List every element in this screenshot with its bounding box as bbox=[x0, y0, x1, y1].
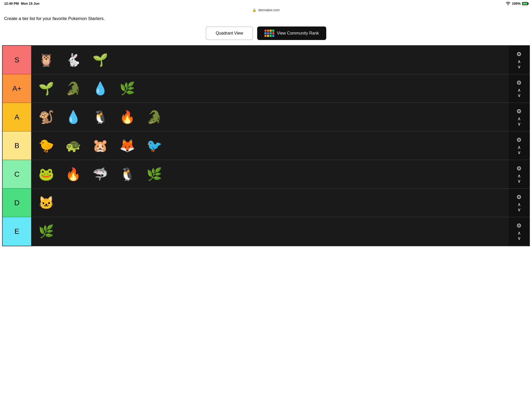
arrows-col: ∧∨ bbox=[517, 59, 521, 69]
pokemon-slot[interactable]: 🌿 bbox=[33, 218, 59, 244]
tier-row: E🌿⚙∧∨ bbox=[3, 217, 529, 246]
tier-label-C: C bbox=[3, 160, 31, 188]
pokemon-slot[interactable]: 🌱 bbox=[33, 76, 59, 102]
pokemon-slot[interactable]: 🌿 bbox=[141, 161, 167, 187]
grid-cell bbox=[264, 35, 267, 37]
pokemon-slot[interactable]: 🦊 bbox=[114, 133, 140, 159]
page-title: Create a tier list for your favorite Pok… bbox=[0, 13, 532, 23]
gear-button-C[interactable]: ⚙ bbox=[516, 165, 522, 172]
pokemon-slot[interactable]: 💧 bbox=[87, 76, 113, 102]
pokemon-slot[interactable]: 🌿 bbox=[114, 76, 140, 102]
up-button-C[interactable]: ∧ bbox=[517, 174, 521, 178]
wifi-icon bbox=[506, 2, 510, 5]
community-rank-button[interactable]: View Community Rank bbox=[257, 26, 326, 40]
grid-cell bbox=[267, 30, 269, 32]
pokemon-slot[interactable]: 🐊 bbox=[60, 76, 86, 102]
grid-cell bbox=[270, 30, 272, 32]
pokemon-slot[interactable]: 🐱 bbox=[33, 190, 59, 216]
pokemon-slot[interactable]: 🔥 bbox=[114, 104, 140, 130]
pokemon-slot[interactable]: 💧 bbox=[60, 104, 86, 130]
up-button-D[interactable]: ∧ bbox=[517, 202, 521, 207]
gear-button-A+[interactable]: ⚙ bbox=[516, 79, 522, 86]
tier-label-A: A bbox=[3, 103, 31, 131]
pokemon-slot[interactable]: 🐊 bbox=[141, 104, 167, 130]
gear-button-B[interactable]: ⚙ bbox=[516, 137, 522, 143]
pokemon-slot[interactable]: 🦈 bbox=[87, 161, 113, 187]
tier-label-S: S bbox=[3, 46, 31, 74]
pokemon-slot[interactable]: 🐤 bbox=[33, 133, 59, 159]
tier-label-B: B bbox=[3, 131, 31, 160]
pokemon-slot[interactable]: 🦉 bbox=[33, 47, 59, 73]
tier-content-D: 🐱 bbox=[31, 189, 509, 217]
grid-cell bbox=[264, 32, 267, 34]
grid-cell bbox=[270, 32, 272, 34]
gear-button-S[interactable]: ⚙ bbox=[516, 51, 522, 58]
down-button-E[interactable]: ∨ bbox=[517, 236, 521, 241]
down-button-D[interactable]: ∨ bbox=[517, 207, 521, 212]
battery-icon bbox=[522, 2, 528, 5]
pokemon-slot[interactable]: 🐹 bbox=[87, 133, 113, 159]
up-button-E[interactable]: ∧ bbox=[517, 231, 521, 235]
arrows-col: ∧∨ bbox=[517, 116, 521, 126]
pokemon-slot[interactable]: 🌱 bbox=[87, 47, 113, 73]
grid-cell bbox=[264, 30, 267, 32]
tier-controls: ⚙∧∨ bbox=[509, 103, 529, 131]
down-button-B[interactable]: ∨ bbox=[517, 150, 521, 155]
tier-row: C🐸🔥🦈🐧🌿⚙∧∨ bbox=[3, 160, 529, 189]
date: Mon 15 Jun bbox=[21, 2, 39, 5]
tier-row: D🐱⚙∧∨ bbox=[3, 189, 529, 217]
down-button-S[interactable]: ∨ bbox=[517, 64, 521, 69]
grid-cell bbox=[272, 35, 274, 37]
grid-cell bbox=[272, 32, 274, 34]
pokemon-slot[interactable]: 🔥 bbox=[60, 161, 86, 187]
tier-content-C: 🐸🔥🦈🐧🌿 bbox=[31, 160, 509, 188]
lock-icon: 🔒 bbox=[252, 8, 256, 12]
pokemon-slot[interactable]: 🐇 bbox=[60, 47, 86, 73]
tier-controls: ⚙∧∨ bbox=[509, 131, 529, 160]
up-button-A[interactable]: ∧ bbox=[517, 116, 521, 121]
arrows-col: ∧∨ bbox=[517, 88, 521, 98]
status-bar-left: 12:40 PM Mon 15 Jun bbox=[4, 2, 39, 5]
tier-label-A+: A+ bbox=[3, 74, 31, 103]
tier-label-D: D bbox=[3, 189, 31, 217]
down-button-A[interactable]: ∨ bbox=[517, 122, 521, 126]
arrows-col: ∧∨ bbox=[517, 174, 521, 183]
gear-button-E[interactable]: ⚙ bbox=[516, 222, 522, 229]
tier-label-E: E bbox=[3, 217, 31, 246]
status-bar-right: 100% bbox=[506, 2, 528, 5]
pokemon-slot[interactable]: 🐧 bbox=[114, 161, 140, 187]
tier-row: S🦉🐇🌱⚙∧∨ bbox=[3, 46, 529, 74]
tier-content-B: 🐤🐢🐹🦊🐦 bbox=[31, 131, 509, 160]
gear-button-D[interactable]: ⚙ bbox=[516, 194, 522, 201]
tier-content-A+: 🌱🐊💧🌿 bbox=[31, 74, 509, 103]
pokemon-slot[interactable]: 🐦 bbox=[141, 133, 167, 159]
tier-content-E: 🌿 bbox=[31, 217, 509, 246]
tier-controls: ⚙∧∨ bbox=[509, 160, 529, 188]
pokemon-slot[interactable]: 🐒 bbox=[33, 104, 59, 130]
quadrant-view-button[interactable]: Quadrant View bbox=[206, 26, 253, 40]
pokemon-slot[interactable]: 🐸 bbox=[33, 161, 59, 187]
tier-row: A🐒💧🐧🔥🐊⚙∧∨ bbox=[3, 103, 529, 131]
tier-controls: ⚙∧∨ bbox=[509, 189, 529, 217]
arrows-col: ∧∨ bbox=[517, 231, 521, 241]
down-button-A+[interactable]: ∨ bbox=[517, 93, 521, 98]
tier-row: A+🌱🐊💧🌿⚙∧∨ bbox=[3, 74, 529, 103]
grid-cell bbox=[267, 32, 269, 34]
grid-cell bbox=[270, 35, 272, 37]
tier-controls: ⚙∧∨ bbox=[509, 46, 529, 74]
grid-cell bbox=[267, 35, 269, 37]
arrows-col: ∧∨ bbox=[517, 202, 521, 212]
pokemon-slot[interactable]: 🐢 bbox=[60, 133, 86, 159]
tier-content-S: 🦉🐇🌱 bbox=[31, 46, 509, 74]
up-button-A+[interactable]: ∧ bbox=[517, 88, 521, 92]
up-button-B[interactable]: ∧ bbox=[517, 145, 521, 150]
url-bar: 🔒 tiermaker.com bbox=[0, 7, 532, 13]
tier-controls: ⚙∧∨ bbox=[509, 74, 529, 103]
url-text: tiermaker.com bbox=[258, 8, 280, 12]
down-button-C[interactable]: ∨ bbox=[517, 179, 521, 183]
battery-percent: 100% bbox=[512, 2, 521, 5]
pokemon-slot[interactable]: 🐧 bbox=[87, 104, 113, 130]
up-button-S[interactable]: ∧ bbox=[517, 59, 521, 64]
gear-button-A[interactable]: ⚙ bbox=[516, 108, 522, 115]
grid-icon bbox=[264, 30, 274, 37]
